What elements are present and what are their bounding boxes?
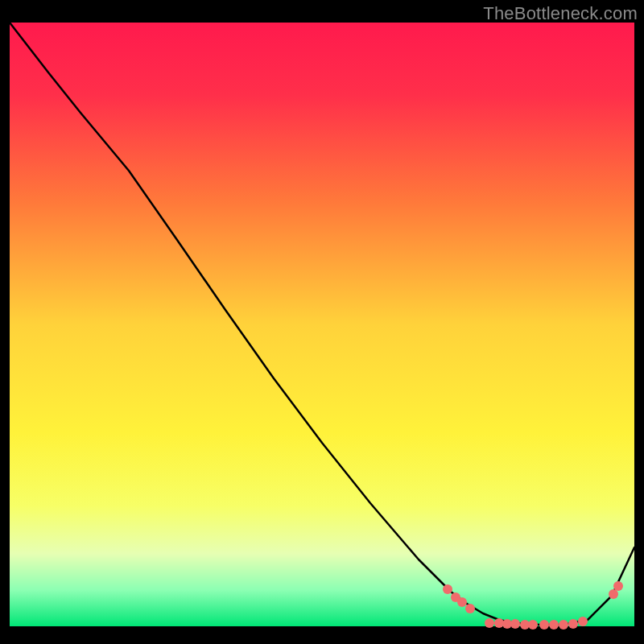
data-marker xyxy=(568,619,578,629)
data-marker xyxy=(465,604,475,613)
chart-container: TheBottleneck.com xyxy=(0,0,644,644)
data-marker xyxy=(609,589,618,599)
data-marker xyxy=(539,620,549,630)
chart-svg xyxy=(0,0,644,644)
data-marker xyxy=(485,618,494,628)
data-marker xyxy=(613,581,623,591)
data-marker xyxy=(443,584,452,594)
data-marker xyxy=(457,597,467,607)
data-marker xyxy=(578,617,588,626)
plot-background xyxy=(10,23,634,626)
data-marker xyxy=(510,619,520,629)
data-marker xyxy=(549,620,559,630)
data-marker xyxy=(559,620,568,630)
data-marker xyxy=(528,620,538,630)
